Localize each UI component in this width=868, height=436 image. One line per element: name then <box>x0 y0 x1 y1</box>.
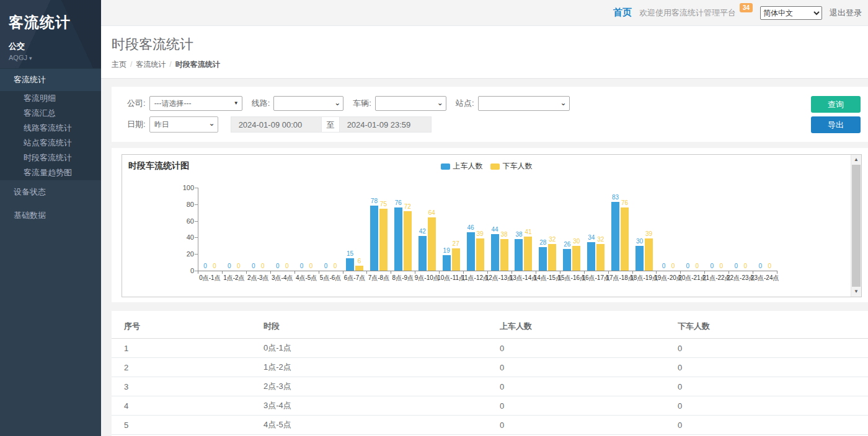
bar-value-label: 76 <box>395 199 402 206</box>
bar-value-label: 38 <box>515 231 522 238</box>
chart-scrollbar[interactable]: ▲ ▼ <box>851 155 861 297</box>
bar-group: 283214点-15点 <box>536 188 560 271</box>
table-header-row: 序号时段上车人数下车人数 <box>112 311 868 339</box>
bar-group: 837617点-18点 <box>608 188 632 271</box>
sidebar-subitem[interactable]: 时段客流统计 <box>0 150 101 165</box>
bar-group: 443812点-13点 <box>487 188 512 271</box>
bar-groups: 000点-1点001点-2点002点-3点003点-4点004点-5点005点-… <box>198 188 777 271</box>
bar-group: 76728点-9点 <box>391 188 415 271</box>
table-cell: 2点-3点 <box>259 377 495 396</box>
scrollbar-thumb[interactable] <box>852 165 861 287</box>
bar-alighting: 38 <box>500 239 508 271</box>
sidebar-subitem[interactable]: 线路客流统计 <box>0 121 101 136</box>
home-link[interactable]: 首页 <box>613 7 632 19</box>
table-cell: 0 <box>673 416 868 435</box>
bar-value-label: 39 <box>477 230 484 237</box>
notification-badge[interactable]: 34 <box>740 3 753 12</box>
breadcrumb-separator: / <box>130 60 132 69</box>
bar-value-label: 0 <box>285 263 289 269</box>
x-axis-label: 9点-10点 <box>415 274 440 282</box>
table-row: 10点-1点00 <box>112 339 868 358</box>
bar-boarding: 76 <box>394 207 402 271</box>
table-cell: 0 <box>673 377 868 396</box>
bar-value-label: 44 <box>491 226 498 233</box>
table-row: 54点-5点00 <box>112 416 868 435</box>
bar-group: 384113点-14点 <box>512 188 536 271</box>
table-cell: 1 <box>112 339 259 358</box>
bar-value-label: 0 <box>686 263 690 269</box>
station-select[interactable]: ⌄ <box>478 96 570 111</box>
x-axis-label: 8点-9点 <box>392 274 414 282</box>
bar-value-label: 0 <box>711 263 714 269</box>
y-axis-label: 0 <box>169 267 194 274</box>
table-cell: 0 <box>495 339 673 358</box>
bar-value-label: 32 <box>549 236 556 243</box>
breadcrumb-item[interactable]: 客流统计 <box>136 60 166 69</box>
org-code-dropdown[interactable]: AQGJ▾ <box>9 54 92 61</box>
bar-group: 0022点-23点 <box>728 188 753 271</box>
x-axis-label: 3点-4点 <box>272 274 293 282</box>
sidebar-subitem[interactable]: 站点客流统计 <box>0 136 101 150</box>
company-select[interactable]: ---请选择---▼ <box>149 96 242 111</box>
bar-value-label: 19 <box>443 247 450 254</box>
table-body: 10点-1点0021点-2点0032点-3点0043点-4点0054点-5点00… <box>112 339 868 436</box>
table-panel: 序号时段上车人数下车人数 10点-1点0021点-2点0032点-3点0043点… <box>112 311 868 436</box>
line-select[interactable]: ⌄ <box>273 96 343 111</box>
table-cell: 2 <box>112 358 259 377</box>
table-row: 21点-2点00 <box>112 358 868 377</box>
scroll-down-icon[interactable]: ▼ <box>851 287 861 297</box>
date-from-input[interactable]: 2024-01-09 00:00 <box>231 116 322 133</box>
x-axis-tick <box>391 271 391 274</box>
breadcrumb-item[interactable]: 主页 <box>112 60 126 69</box>
org-name: 公交 <box>9 41 92 52</box>
x-axis-tick <box>343 271 343 274</box>
logout-link[interactable]: 退出登录 <box>830 7 862 19</box>
date-preset-select[interactable]: 昨日⌄ <box>149 116 218 133</box>
app-logo-title: 客流统计 <box>9 12 92 32</box>
bar-alighting: 32 <box>548 244 556 271</box>
bar-value-label: 30 <box>573 238 580 245</box>
table-head: 序号时段上车人数下车人数 <box>112 311 868 339</box>
x-axis-tick <box>366 271 367 274</box>
bar-value-label: 0 <box>300 263 304 269</box>
bar-boarding: 38 <box>515 239 523 271</box>
sidebar-item[interactable]: 基础数据 <box>0 204 101 227</box>
table-cell: 0 <box>495 377 673 396</box>
scroll-up-icon[interactable]: ▲ <box>851 155 861 165</box>
language-select[interactable]: 简体中文 <box>760 6 822 20</box>
bar-alighting: 39 <box>476 238 484 271</box>
table-cell: 1点-2点 <box>259 358 495 377</box>
export-button[interactable]: 导出 <box>811 116 861 133</box>
query-button[interactable]: 查询 <box>811 96 861 113</box>
vehicle-select[interactable]: ⌄ <box>375 96 446 111</box>
sidebar-subitem[interactable]: 客流汇总 <box>0 106 101 121</box>
y-axis-label: 60 <box>169 217 194 225</box>
table-cell: 0 <box>495 358 673 377</box>
x-axis-label: 0点-1点 <box>199 274 220 282</box>
bar-value-label: 38 <box>500 231 507 238</box>
sidebar-subitem[interactable]: 客流量趋势图 <box>0 165 101 180</box>
y-axis-label: 80 <box>169 201 194 208</box>
sidebar-subitem[interactable]: 客流明细 <box>0 91 101 106</box>
bar-group: 192710点-11点 <box>439 188 463 271</box>
select-chevron-icon: ⌄ <box>560 95 566 110</box>
station-label: 站点: <box>456 98 474 109</box>
bar-group: 343216点-17点 <box>584 188 608 271</box>
bar-value-label: 27 <box>453 240 459 247</box>
bar-alighting: 64 <box>428 217 436 271</box>
bar-boarding: 46 <box>467 232 475 271</box>
sidebar-section[interactable]: 客流统计 <box>0 68 101 91</box>
x-axis-tick <box>246 271 247 274</box>
x-axis-label: 4点-5点 <box>296 274 317 282</box>
bar-value-label: 78 <box>371 198 378 204</box>
date-to-input[interactable]: 2024-01-09 23:59 <box>339 116 432 133</box>
sidebar-item[interactable]: 设备状态 <box>0 180 101 204</box>
filter-row-1: 公司: ---请选择---▼ 线路: ⌄ 车辆: ⌄ 站点: ⌄ <box>127 96 868 111</box>
breadcrumb-item: 时段客流统计 <box>175 60 220 69</box>
bar-boarding: 15 <box>346 258 354 271</box>
chart-container: 时段车流统计图 上车人数下车人数 020406080100000点-1点001点… <box>122 154 862 297</box>
x-axis-tick <box>198 271 198 274</box>
bar-value-label: 0 <box>671 263 675 269</box>
bar-alighting: 30 <box>572 246 580 271</box>
bar-boarding: 19 <box>443 255 451 271</box>
